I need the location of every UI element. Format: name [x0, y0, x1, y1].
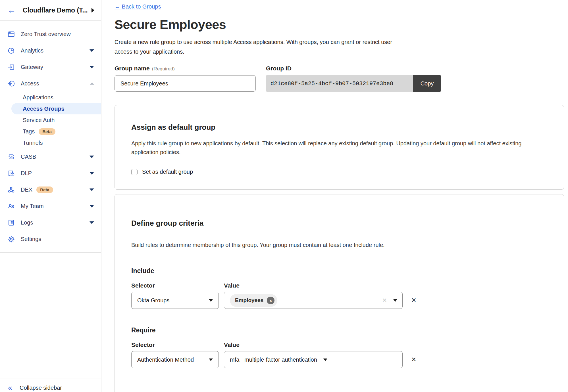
sidebar-item-label: DLP: [21, 170, 32, 177]
include-labels-row: Selector Value: [131, 282, 547, 289]
back-to-groups-link[interactable]: ← Back to Groups: [115, 3, 161, 10]
criteria-card: Define group criteria Build rules to det…: [115, 194, 564, 392]
gear-icon: [7, 235, 15, 243]
include-rule-row: Okta Groups Employees x ✕ ✕: [131, 292, 547, 309]
criteria-card-body: Build rules to determine membership of t…: [131, 241, 547, 250]
default-group-card: Assign as default group Apply this rule …: [115, 105, 564, 190]
casb-icon: [7, 153, 15, 161]
group-id-value: d21ce80f-5a25-4bcf-9b07-5032197e3be8: [266, 75, 413, 92]
remove-include-rule-icon[interactable]: ✕: [411, 297, 416, 304]
chevron-up-icon: [90, 82, 94, 85]
group-id-row: d21ce80f-5a25-4bcf-9b07-5032197e3be8 Cop…: [266, 75, 441, 92]
require-value: mfa - multiple-factor authentication: [230, 357, 317, 363]
sidebar-item-logs[interactable]: Logs: [0, 214, 101, 231]
chevron-down-icon: [90, 221, 94, 224]
include-selector-value: Okta Groups: [137, 297, 169, 304]
sidebar-item-service-auth[interactable]: Service Auth: [0, 114, 101, 126]
sidebar-item-label: Tunnels: [23, 140, 43, 146]
network-nodes-icon: [7, 186, 15, 194]
sidebar-item-label: Access Groups: [23, 106, 65, 112]
sidebar-item-label: Gateway: [21, 64, 43, 70]
sidebar-item-casb[interactable]: CASB: [0, 148, 101, 165]
sidebar-item-label: Logs: [21, 219, 33, 226]
chevron-down-icon: [90, 156, 94, 158]
sidebar-item-label: Access: [21, 80, 39, 87]
require-rule-row: Authentication Method mfa - multiple-fac…: [131, 351, 547, 368]
set-default-checkbox[interactable]: [131, 169, 138, 175]
beta-badge: Beta: [39, 128, 55, 135]
collapse-chevrons-icon: «: [8, 384, 12, 392]
chevron-down-icon: [209, 299, 213, 302]
value-pill: Employees x: [230, 294, 277, 307]
clear-values-icon[interactable]: ✕: [382, 297, 387, 304]
copy-button[interactable]: Copy: [413, 75, 441, 92]
group-id-label: Group ID: [266, 65, 292, 72]
include-value-multiselect[interactable]: Employees x ✕: [224, 292, 403, 309]
include-selector-dropdown[interactable]: Okta Groups: [131, 292, 219, 309]
account-expand-caret-icon[interactable]: [91, 8, 94, 12]
account-header: ← Cloudflare Demo (T...: [0, 0, 101, 21]
sidebar-item-gateway[interactable]: Gateway: [0, 59, 101, 75]
sidebar-item-zero-trust-overview[interactable]: Zero Trust overview: [0, 26, 101, 42]
require-value-dropdown[interactable]: mfa - multiple-factor authentication: [224, 351, 403, 368]
set-default-label: Set as default group: [142, 169, 193, 175]
remove-require-rule-icon[interactable]: ✕: [411, 356, 416, 363]
sidebar-item-label: DEX: [21, 186, 32, 193]
sidebar-item-tunnels[interactable]: Tunnels: [0, 137, 101, 148]
sidebar-item-dlp[interactable]: DLP: [0, 165, 101, 181]
sidebar-item-label: Analytics: [21, 47, 43, 54]
chevron-down-icon: [90, 172, 94, 175]
group-name-input[interactable]: [115, 75, 256, 92]
sidebar-nav: Zero Trust overview Analytics Gateway: [0, 21, 101, 253]
selector-label: Selector: [131, 341, 224, 348]
gateway-icon: [7, 63, 15, 71]
sidebar-item-label: Service Auth: [23, 117, 55, 123]
value-pill-label: Employees: [235, 297, 263, 303]
group-name-column: Group name(Required): [115, 65, 256, 92]
sidebar-item-access-groups[interactable]: Access Groups: [11, 103, 101, 114]
account-name: Cloudflare Demo (T...: [23, 7, 88, 14]
sidebar-item-access[interactable]: Access: [0, 75, 101, 92]
group-name-label: Group name: [115, 65, 150, 72]
collapse-sidebar-label: Collapse sidebar: [20, 385, 62, 391]
sidebar-item-analytics[interactable]: Analytics: [0, 42, 101, 59]
sidebar-item-my-team[interactable]: My Team: [0, 198, 101, 214]
sidebar-item-label: Zero Trust overview: [21, 31, 71, 37]
chevron-down-icon: [90, 66, 94, 68]
sidebar-item-tags[interactable]: Tags Beta: [0, 126, 101, 137]
include-heading: Include: [131, 267, 547, 275]
sidebar-item-settings[interactable]: Settings: [0, 231, 101, 247]
chevron-down-icon: [323, 359, 327, 361]
require-heading: Require: [131, 326, 547, 334]
sidebar-item-applications[interactable]: Applications: [0, 92, 101, 103]
set-default-checkbox-row[interactable]: Set as default group: [131, 169, 547, 175]
require-selector-dropdown[interactable]: Authentication Method: [131, 351, 219, 368]
required-hint: (Required): [152, 66, 175, 72]
access-icon: [7, 80, 15, 87]
chevron-down-icon: [209, 359, 213, 361]
sidebar-divider: [0, 252, 101, 253]
page-description: Create a new rule group to use across mu…: [115, 37, 399, 56]
default-card-heading: Assign as default group: [131, 123, 547, 132]
sidebar: ← Cloudflare Demo (T... Zero Trust overv…: [0, 0, 101, 392]
sidebar-item-label: Applications: [23, 94, 53, 101]
pill-remove-icon[interactable]: x: [267, 297, 274, 304]
sidebar-item-label: CASB: [21, 154, 36, 160]
sidebar-item-label: Tags: [23, 128, 35, 135]
beta-badge: Beta: [36, 186, 53, 193]
sidebar-item-label: Settings: [21, 236, 41, 242]
chevron-down-icon: [393, 299, 397, 302]
access-subnav: Applications Access Groups Service Auth …: [0, 92, 101, 148]
sidebar-item-dex[interactable]: DEX Beta: [0, 181, 101, 198]
chevron-down-icon: [90, 188, 94, 191]
logs-icon: [7, 219, 15, 227]
document-lock-icon: [7, 169, 15, 177]
chevron-down-icon: [90, 49, 94, 52]
page-title: Secure Employees: [115, 17, 564, 32]
criteria-card-heading: Define group criteria: [131, 219, 547, 228]
collapse-sidebar-button[interactable]: « Collapse sidebar: [0, 378, 101, 392]
sidebar-item-label: My Team: [21, 203, 44, 209]
back-arrow-icon[interactable]: ←: [7, 6, 16, 14]
value-label: Value: [224, 282, 240, 289]
value-label: Value: [224, 341, 240, 348]
